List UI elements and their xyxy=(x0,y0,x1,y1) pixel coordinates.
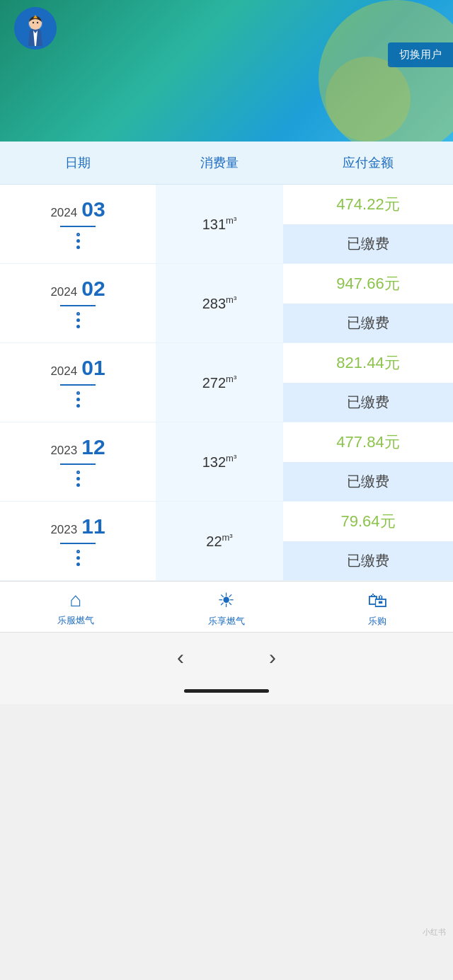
usage-col: 132m³ xyxy=(156,422,283,501)
date-col: 2023 12 xyxy=(0,422,156,501)
nav-item-2[interactable]: 🛍 乐购 xyxy=(302,589,453,628)
dot xyxy=(76,563,80,566)
dot xyxy=(76,477,80,480)
back-button[interactable]: ‹ xyxy=(177,645,184,669)
date-col: 2023 11 xyxy=(0,502,156,580)
svg-point-3 xyxy=(33,22,34,23)
arrow-nav: ‹ › xyxy=(0,632,453,682)
date-line xyxy=(60,305,96,306)
switch-user-button[interactable]: 切换用户 xyxy=(388,42,453,67)
amount-col: 947.66元 已缴费 xyxy=(283,264,453,342)
amount-col: 821.44元 已缴费 xyxy=(283,343,453,422)
amount-col: 474.22元 已缴费 xyxy=(283,185,453,263)
dot xyxy=(76,556,80,560)
date-line xyxy=(60,226,96,227)
date-col: 2024 02 xyxy=(0,264,156,342)
month-label: 02 xyxy=(81,278,105,299)
usage-value: 22m³ xyxy=(206,532,232,550)
home-bar xyxy=(0,682,453,704)
nav-icon: ⌂ xyxy=(69,589,81,611)
amount-col: 477.84元 已缴费 xyxy=(283,422,453,501)
svg-point-4 xyxy=(37,22,38,23)
dot xyxy=(76,483,80,487)
usage-unit: m³ xyxy=(222,532,233,543)
usage-unit: m³ xyxy=(226,453,236,463)
year-label: 2024 xyxy=(50,285,77,299)
usage-col: 131m³ xyxy=(156,185,283,263)
dot xyxy=(76,471,80,474)
date-dots xyxy=(76,391,80,408)
usage-value: 272m³ xyxy=(202,374,237,391)
month-label: 01 xyxy=(81,357,105,379)
amount-status: 已缴费 xyxy=(283,462,453,502)
month-label: 03 xyxy=(81,199,105,220)
watermark: 小红书 xyxy=(423,927,446,938)
dot xyxy=(76,233,80,236)
nav-icon: 🛍 xyxy=(367,589,387,612)
date-line xyxy=(60,384,96,386)
table-row[interactable]: 2023 11 22m³ 79.64元 已缴费 xyxy=(0,502,453,581)
nav-item-0[interactable]: ⌂ 乐服燃气 xyxy=(0,589,151,628)
date-col: 2024 01 xyxy=(0,343,156,422)
year-label: 2024 xyxy=(50,364,77,379)
date-col: 2024 03 xyxy=(0,185,156,263)
table-row[interactable]: 2024 02 283m³ 947.66元 已缴费 xyxy=(0,264,453,343)
col-header-date: 日期 xyxy=(0,154,156,171)
date-line xyxy=(60,543,96,544)
col-header-amount: 应付金额 xyxy=(283,154,453,171)
usage-col: 283m³ xyxy=(156,264,283,342)
table-header: 日期 消费量 应付金额 xyxy=(0,142,453,185)
amount-value: 821.44元 xyxy=(283,343,453,383)
month-label: 12 xyxy=(81,437,105,458)
usage-col: 22m³ xyxy=(156,502,283,580)
dot xyxy=(76,391,80,395)
dot xyxy=(76,325,80,328)
forward-button[interactable]: › xyxy=(269,645,276,669)
amount-status: 已缴费 xyxy=(283,383,453,422)
table-row[interactable]: 2023 12 132m³ 477.84元 已缴费 xyxy=(0,422,453,502)
amount-status: 已缴费 xyxy=(283,304,453,343)
year-label: 2024 xyxy=(50,206,77,220)
date-dots xyxy=(76,550,80,566)
amount-col: 79.64元 已缴费 xyxy=(283,502,453,580)
amount-status: 已缴费 xyxy=(283,224,453,264)
dot xyxy=(76,246,80,249)
usage-col: 272m³ xyxy=(156,343,283,422)
header: 切换用户 xyxy=(0,0,453,142)
amount-value: 474.22元 xyxy=(283,185,453,224)
year-label: 2023 xyxy=(50,444,77,458)
nav-label: 乐购 xyxy=(368,615,386,628)
dot xyxy=(76,398,80,401)
year-label: 2023 xyxy=(50,523,77,537)
col-header-usage: 消费量 xyxy=(156,154,283,171)
usage-unit: m³ xyxy=(226,374,236,384)
usage-unit: m³ xyxy=(226,215,236,226)
nav-label: 乐享燃气 xyxy=(208,615,245,628)
avatar xyxy=(14,7,57,50)
date-dots xyxy=(76,471,80,487)
dot xyxy=(76,312,80,316)
usage-value: 131m³ xyxy=(202,215,237,233)
usage-value: 283m³ xyxy=(202,294,237,312)
table-row[interactable]: 2024 03 131m³ 474.22元 已缴费 xyxy=(0,185,453,264)
usage-value: 132m³ xyxy=(202,453,237,471)
nav-icon: ☀ xyxy=(217,589,235,612)
month-label: 11 xyxy=(81,516,105,537)
dot xyxy=(76,318,80,322)
date-line xyxy=(60,463,96,465)
table-body: 2024 03 131m³ 474.22元 已缴费 2024 02 xyxy=(0,185,453,581)
dot xyxy=(76,404,80,408)
dot xyxy=(76,239,80,243)
amount-value: 79.64元 xyxy=(283,502,453,541)
header-shape2 xyxy=(326,57,411,142)
table-row[interactable]: 2024 01 272m³ 821.44元 已缴费 xyxy=(0,343,453,422)
nav-label: 乐服燃气 xyxy=(57,614,94,627)
home-indicator xyxy=(184,689,269,693)
bottom-nav: ⌂ 乐服燃气 ☀ 乐享燃气 🛍 乐购 xyxy=(0,581,453,632)
date-dots xyxy=(76,312,80,328)
nav-item-1[interactable]: ☀ 乐享燃气 xyxy=(151,589,302,628)
dot xyxy=(76,550,80,553)
amount-value: 947.66元 xyxy=(283,264,453,304)
amount-value: 477.84元 xyxy=(283,422,453,462)
date-dots xyxy=(76,233,80,249)
